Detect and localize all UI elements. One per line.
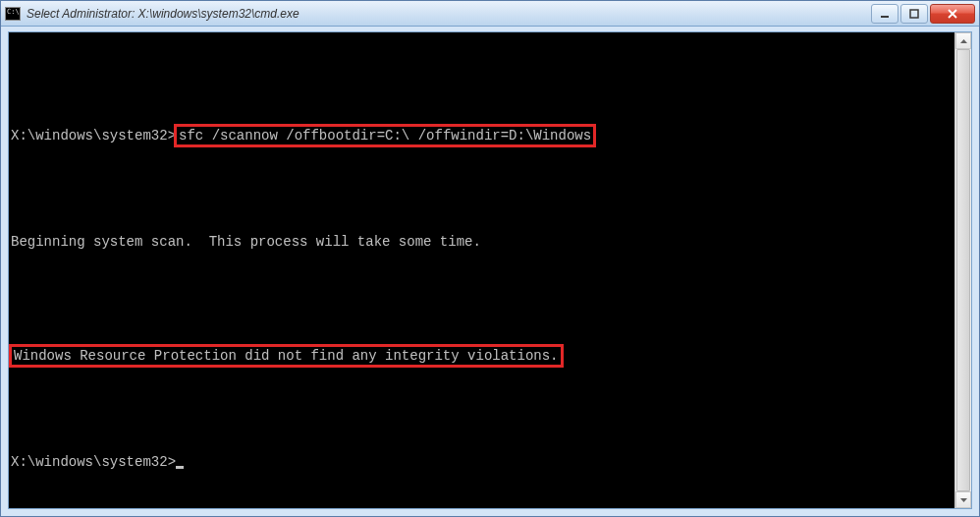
client-frame: X:\windows\system32>sfc /scannow /offboo… [1, 27, 979, 516]
titlebar[interactable]: C:\ Select Administrator: X:\windows\sys… [1, 1, 979, 27]
window-title: Select Administrator: X:\windows\system3… [27, 7, 871, 21]
window-controls [871, 4, 975, 24]
close-icon [947, 9, 958, 19]
prompt: X:\windows\system32> [11, 454, 176, 470]
cmd-icon: C:\ [5, 7, 21, 21]
scroll-track[interactable] [955, 49, 971, 491]
cursor [176, 466, 184, 469]
chevron-down-icon [960, 498, 967, 502]
cmd-window: C:\ Select Administrator: X:\windows\sys… [1, 1, 979, 516]
minimize-icon [880, 9, 890, 19]
highlight-command: sfc /scannow /offbootdir=C:\ /offwindir=… [174, 124, 596, 147]
svg-rect-1 [910, 10, 918, 18]
console-wrapper: X:\windows\system32>sfc /scannow /offboo… [8, 31, 972, 509]
prompt: X:\windows\system32> [11, 128, 176, 144]
close-button[interactable] [930, 4, 975, 24]
scroll-thumb[interactable] [956, 49, 970, 491]
maximize-icon [909, 9, 919, 19]
console-output[interactable]: X:\windows\system32>sfc /scannow /offboo… [9, 32, 954, 508]
scroll-up-button[interactable] [955, 32, 971, 49]
svg-rect-0 [881, 16, 889, 18]
minimize-button[interactable] [871, 4, 898, 24]
output-scan: Beginning system scan. This process will… [11, 233, 953, 251]
maximize-button[interactable] [900, 4, 928, 24]
scroll-down-button[interactable] [955, 491, 971, 508]
vertical-scrollbar[interactable] [954, 32, 971, 508]
chevron-up-icon [960, 39, 967, 43]
highlight-result: Windows Resource Protection did not find… [9, 344, 564, 368]
